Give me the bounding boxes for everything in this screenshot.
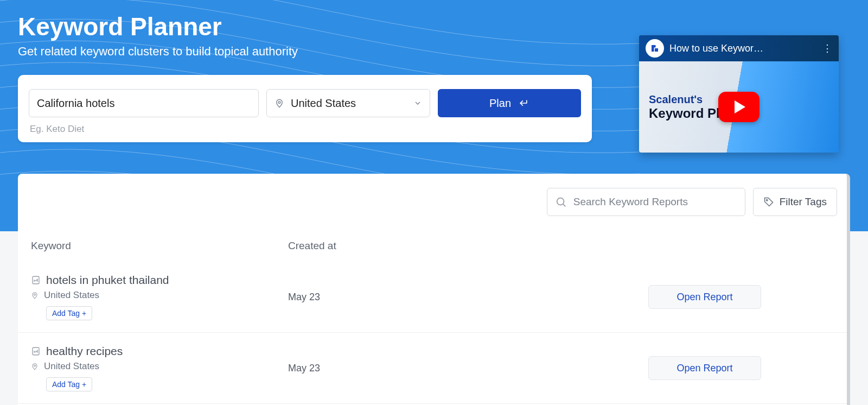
svg-rect-6 — [33, 347, 39, 355]
report-doc-icon — [31, 346, 41, 357]
filter-tags-label: Filter Tags — [780, 196, 827, 208]
table-row: healthy recipes United States Add Tag + … — [18, 333, 847, 404]
svg-rect-4 — [33, 276, 39, 284]
report-doc-icon — [31, 275, 41, 286]
location-pin-icon — [31, 362, 39, 371]
table-row: hotels in phuket thailand United States … — [18, 262, 847, 333]
add-tag-button[interactable]: Add Tag + — [46, 306, 92, 320]
scalenut-logo-icon — [646, 39, 664, 58]
report-location: United States — [44, 290, 99, 301]
search-icon — [555, 196, 567, 208]
chevron-down-icon — [413, 99, 422, 107]
column-header-created-at: Created at — [288, 240, 576, 252]
search-card: United States Plan Eg. Keto Diet — [18, 75, 592, 142]
country-selected-label: United States — [291, 97, 356, 110]
report-created-at: May 23 — [288, 292, 576, 303]
plan-button[interactable]: Plan — [438, 89, 581, 117]
enter-arrow-icon — [518, 98, 529, 109]
example-hint: Eg. Keto Diet — [29, 124, 581, 135]
report-created-at: May 23 — [288, 363, 576, 374]
column-header-keyword: Keyword — [31, 240, 288, 252]
play-icon[interactable] — [718, 92, 760, 122]
svg-point-1 — [557, 198, 564, 205]
video-kebab-menu-icon[interactable]: ⋮ — [822, 42, 832, 54]
keyword-input[interactable] — [29, 89, 259, 117]
svg-point-5 — [34, 294, 36, 295]
reports-panel: Filter Tags Keyword Created at hotels in… — [18, 174, 850, 405]
location-pin-icon — [31, 290, 39, 300]
search-reports-field[interactable] — [547, 188, 745, 216]
video-title: How to use Keywor… — [669, 43, 817, 54]
svg-point-7 — [34, 365, 36, 366]
country-select[interactable]: United States — [266, 89, 430, 117]
report-keyword: hotels in phuket thailand — [46, 274, 169, 287]
table-header-row: Keyword Created at — [18, 216, 847, 262]
tutorial-video-thumbnail[interactable]: How to use Keywor… ⋮ Scalenut's Keyword … — [639, 35, 839, 153]
report-location: United States — [44, 361, 99, 372]
location-pin-icon — [275, 97, 284, 109]
svg-point-3 — [766, 199, 768, 201]
tag-icon — [763, 197, 774, 207]
plan-button-label: Plan — [489, 97, 511, 110]
svg-point-0 — [278, 102, 280, 104]
svg-line-2 — [563, 204, 565, 206]
open-report-button[interactable]: Open Report — [648, 285, 761, 309]
search-reports-input[interactable] — [573, 196, 737, 208]
add-tag-button[interactable]: Add Tag + — [46, 377, 92, 391]
open-report-button[interactable]: Open Report — [648, 356, 761, 380]
filter-tags-button[interactable]: Filter Tags — [753, 188, 837, 216]
report-keyword: healthy recipes — [46, 345, 123, 358]
